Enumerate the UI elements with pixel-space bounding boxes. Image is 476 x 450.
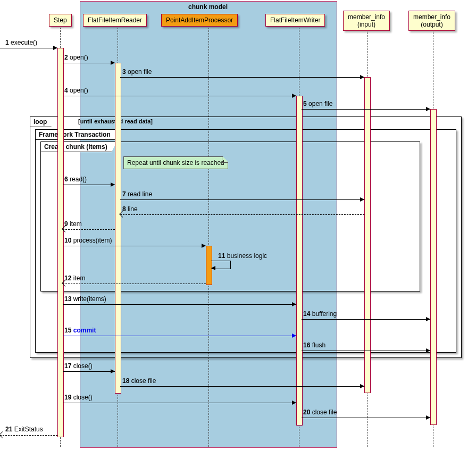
chunk-model-title: chunk model [80,3,336,11]
msg-11-arrow [211,266,215,270]
msg-7-label: 7 read line [122,190,152,198]
msg-5-line [302,109,430,110]
msg-17-label: 17 close() [64,362,93,370]
msg-18-arrow [360,384,364,388]
msg-6-label: 6 read() [64,176,87,183]
msg-2-label: 2 open() [64,54,88,61]
participant-processor: PointAddItemProcessor [161,14,238,27]
activation-reader [115,63,121,394]
msg-20-arrow [426,415,430,420]
msg-13-label: 13 write(items) [64,295,106,303]
msg-17-arrow [111,369,115,373]
msg-8-line [120,214,364,215]
msg-14-arrow [426,317,430,321]
participant-input: member_info (input) [343,11,390,31]
msg-21-line [0,435,57,436]
sequence-diagram: chunk model Step FlatFileItemReader Poin… [0,0,476,450]
msg-4-arrow [292,94,296,98]
msg-10-arrow [202,244,206,248]
participant-output: member_info (output) [408,11,455,31]
msg-6-line [63,185,115,185]
msg-18-line [120,386,364,387]
msg-13-arrow [292,302,296,306]
msg-1-line [0,48,57,48]
msg-8-label: 8 line [122,205,138,213]
msg-18-label: 18 close file [122,377,156,385]
msg-21-label: 21 ExitStatus [5,426,43,433]
msg-19-arrow [292,401,296,405]
activation-step [57,48,64,437]
msg-16-arrow [426,348,430,353]
msg-10-label: 10 process(item) [64,237,112,244]
msg-2-line [63,63,115,63]
msg-1-label: 1 execute() [5,39,37,46]
msg-14-label: 14 buffering [303,310,337,318]
msg-14-line [302,319,430,320]
participant-reader: FlatFileItemReader [83,14,147,27]
msg-15-arrow [292,334,296,338]
msg-2-arrow [111,61,115,65]
msg-6-arrow [111,182,115,187]
msg-16-label: 16 flush [303,341,325,349]
frame-loop-label: loop [30,116,56,127]
msg-19-line [63,403,296,403]
msg-17-line [63,371,115,372]
msg-16-line [302,351,430,351]
activation-writer [296,96,303,426]
activation-input [364,77,371,393]
msg-20-label: 20 close file [303,409,337,416]
msg-9-line [63,229,115,230]
msg-3-label: 3 open file [122,68,152,76]
participant-step: Step [49,14,72,27]
msg-15-line [63,336,296,336]
msg-7-line [120,199,364,200]
msg-3-arrow [360,75,364,79]
msg-20-line [302,418,430,418]
msg-12-line [63,284,206,284]
msg-15-label: 15 commit [64,327,96,334]
msg-9-label: 9 item [64,220,82,228]
participant-writer: FlatFileItemWriter [265,14,325,27]
msg-1-arrow [53,46,57,50]
activation-output [430,109,437,425]
msg-12-label: 12 item [64,274,85,282]
msg-5-arrow [426,107,430,111]
frame-chunk-label: Create chunk (items) [40,141,117,152]
note-repeat: Repeat until chunk size is reached [123,156,228,169]
msg-7-arrow [360,197,364,202]
msg-5-label: 5 open file [303,100,332,107]
msg-10-line [63,246,206,246]
msg-13-line [63,304,296,305]
msg-4-label: 4 open() [64,87,88,94]
frame-tx-label: Framework Transaction [35,129,120,140]
msg-11-label: 11 business logic [218,252,267,260]
msg-4-line [63,96,296,96]
msg-3-line [120,77,364,78]
msg-19-label: 19 close() [64,394,93,401]
